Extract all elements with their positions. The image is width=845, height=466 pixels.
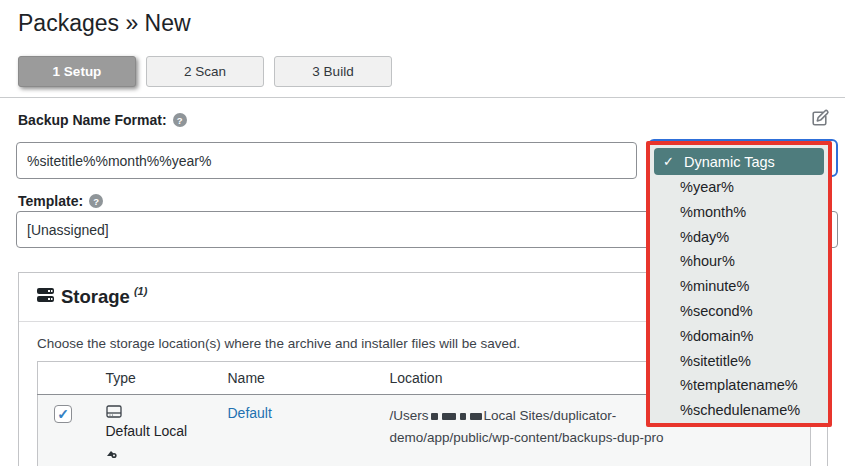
template-help-icon[interactable]: ?: [89, 194, 103, 208]
template-selected-value: [Unassigned]: [27, 222, 109, 238]
dropdown-option[interactable]: %second%: [654, 299, 824, 324]
storage-type-cell: Default Local: [106, 405, 202, 466]
dropdown-option[interactable]: %hour%: [654, 249, 824, 274]
dropdown-option[interactable]: %month%: [654, 200, 824, 225]
location-prefix: /Users: [390, 408, 429, 423]
dropdown-option[interactable]: %day%: [654, 225, 824, 250]
storage-row-checkbox[interactable]: ✓: [54, 405, 72, 423]
tab-setup[interactable]: 1 Setup: [18, 56, 136, 87]
storage-count-badge: (1): [134, 285, 147, 297]
header-name: Name: [220, 362, 382, 395]
location-line2: demo/app/public/wp-content/backups-dup-p…: [390, 427, 803, 449]
edit-pencil-icon: [809, 108, 830, 133]
redacted-text-block: [442, 413, 456, 420]
dropdown-option[interactable]: %templatename%: [654, 373, 824, 398]
storage-server-icon: [37, 287, 54, 307]
redacted-text-block: [431, 413, 438, 420]
header-divider: [0, 97, 845, 98]
backup-name-input[interactable]: [16, 142, 637, 179]
tab-scan[interactable]: 2 Scan: [146, 56, 264, 87]
checkbox-check-icon: ✓: [57, 407, 69, 421]
template-label-row: Template: ?: [18, 193, 103, 209]
storage-title: Storage: [61, 286, 130, 308]
local-storage-flag-icon: [107, 441, 122, 466]
dropdown-option[interactable]: %sitetitle%: [654, 349, 824, 374]
dropdown-option[interactable]: %year%: [654, 175, 824, 200]
redacted-text-block: [460, 413, 466, 420]
template-label: Template:: [18, 193, 83, 209]
dynamic-tags-options: %year%%month%%day%%hour%%minute%%second%…: [654, 175, 824, 423]
selected-option-label: Dynamic Tags: [684, 154, 775, 170]
dropdown-option[interactable]: %domain%: [654, 324, 824, 349]
backup-name-label: Backup Name Format:: [18, 112, 167, 128]
storage-name-link[interactable]: Default: [228, 405, 272, 421]
dropdown-option-selected[interactable]: ✓ Dynamic Tags: [654, 148, 824, 175]
header-type: Type: [98, 362, 220, 395]
header-checkbox-col: [38, 362, 98, 395]
location-redacted-blocks: [429, 408, 484, 423]
page-title: Packages » New: [18, 10, 191, 37]
edit-button[interactable]: [807, 108, 831, 132]
tab-build[interactable]: 3 Build: [274, 56, 392, 87]
location-line1-tail: Local Sites/duplicator-: [484, 408, 617, 423]
dropdown-option[interactable]: %schedulename%: [654, 398, 824, 423]
redacted-text-block: [470, 413, 482, 420]
step-tabs: 1 Setup 2 Scan 3 Build: [18, 56, 392, 87]
backup-name-label-row: Backup Name Format: ?: [18, 112, 187, 128]
dropdown-option[interactable]: %minute%: [654, 274, 824, 299]
selected-check-icon: ✓: [663, 154, 684, 169]
dynamic-tags-dropdown: ✓ Dynamic Tags %year%%month%%day%%hour%%…: [646, 141, 832, 427]
backup-name-help-icon[interactable]: ?: [173, 113, 187, 127]
drive-icon: [106, 405, 122, 418]
